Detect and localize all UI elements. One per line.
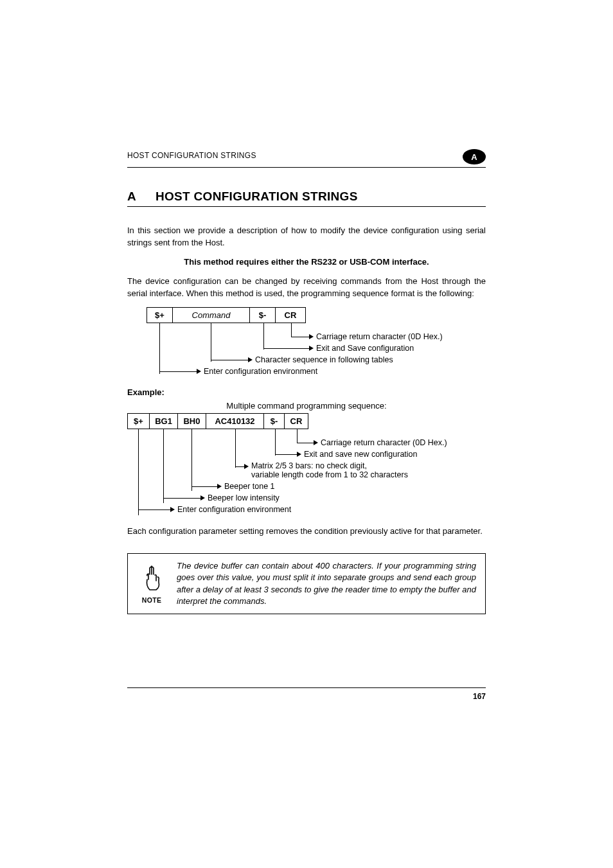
legend-enter: Enter configuration environment [204, 367, 317, 376]
legend-charseq: Character sequence in following tables [255, 355, 393, 364]
legend-intensity: Beeper low intensity [208, 493, 280, 502]
legend-enter2: Enter configuration environment [177, 505, 291, 514]
format-diagram: $+ Command $- CR Carriage return charact… [147, 307, 486, 376]
section-badge: A [463, 149, 486, 164]
box-bg1: BG1 [150, 414, 178, 429]
section-letter: A [127, 190, 138, 204]
legend-row: Carriage return character (0D Hex.) [127, 438, 486, 447]
example-diagram: $+ BG1 BH0 AC410132 $- CR Carriage retur… [127, 413, 486, 514]
hand-point-icon [141, 564, 163, 595]
box-cr: CR [285, 414, 308, 429]
page-number: 167 [127, 692, 486, 701]
section-title: HOST CONFIGURATION STRINGS [155, 190, 358, 204]
section-underline [127, 206, 486, 207]
box-ac: AC410132 [206, 414, 264, 429]
arrow-icon [244, 464, 249, 469]
section-heading: A HOST CONFIGURATION STRINGS [127, 190, 486, 204]
note-box: NOTE The device buffer can contain about… [127, 553, 486, 614]
note-icon-wrap: NOTE [137, 564, 166, 604]
box-enter: $+ [128, 414, 150, 429]
note-text: The device buffer can contain about 400 … [177, 560, 476, 607]
running-head-text: HOST CONFIGURATION STRINGS [127, 151, 256, 160]
box-exit: $- [264, 414, 285, 429]
arrow-icon [297, 452, 301, 457]
arrow-icon [309, 334, 314, 339]
box-command: Command [173, 308, 250, 323]
legend-tone: Beeper tone 1 [224, 482, 275, 491]
box-bh0: BH0 [178, 414, 206, 429]
legend-row: Exit and save new configuration [127, 450, 486, 459]
legend-row: Beeper low intensity [127, 493, 486, 502]
page-footer: 167 [127, 687, 486, 701]
requirement-line: This method requires either the RS232 or… [127, 257, 486, 267]
intro-paragraph: In this section we provide a description… [127, 225, 486, 249]
box-cr: CR [276, 308, 305, 323]
footer-divider [127, 687, 486, 688]
format-legend: Carriage return character (0D Hex.) Exit… [147, 332, 486, 376]
arrow-icon [309, 346, 314, 351]
page-content: HOST CONFIGURATION STRINGS A A HOST CONF… [0, 0, 613, 653]
legend-exit: Exit and Save configuration [316, 344, 414, 353]
example-label: Example: [127, 387, 486, 397]
legend-cr2: Carriage return character (0D Hex.) [321, 438, 447, 447]
legend-row: Enter configuration environment [147, 367, 486, 376]
arrow-icon [217, 484, 222, 489]
legend-row: Exit and Save configuration [147, 344, 486, 353]
legend-row: Carriage return character (0D Hex.) [147, 332, 486, 341]
box-exit: $- [250, 308, 276, 323]
legend-row: Enter configuration environment [127, 505, 486, 514]
note-label: NOTE [142, 596, 161, 604]
legend-cr: Carriage return character (0D Hex.) [316, 332, 443, 341]
running-header: HOST CONFIGURATION STRINGS A [127, 148, 486, 163]
legend-exit2: Exit and save new configuration [304, 450, 418, 459]
format-boxes: $+ Command $- CR [147, 307, 306, 323]
arrow-icon [197, 369, 201, 374]
legend-row: Character sequence in following tables [147, 355, 486, 364]
legend-row: Matrix 2/5 3 bars: no check digit, varia… [127, 461, 486, 479]
example-boxes: $+ BG1 BH0 AC410132 $- CR [127, 413, 308, 429]
header-divider [127, 167, 486, 168]
example-caption: Multiple command programming sequence: [127, 401, 486, 411]
arrow-icon [200, 495, 205, 500]
closing-paragraph: Each configuration parameter setting rem… [127, 526, 486, 538]
box-enter: $+ [147, 308, 173, 323]
arrow-icon [170, 507, 175, 512]
legend-matrix: Matrix 2/5 3 bars: no check digit, varia… [251, 461, 408, 479]
arrow-icon [248, 357, 253, 362]
arrow-icon [314, 440, 318, 445]
legend-row: Beeper tone 1 [127, 482, 486, 491]
method-paragraph: The device configuration can be changed … [127, 276, 486, 300]
example-legend: Carriage return character (0D Hex.) Exit… [127, 438, 486, 514]
